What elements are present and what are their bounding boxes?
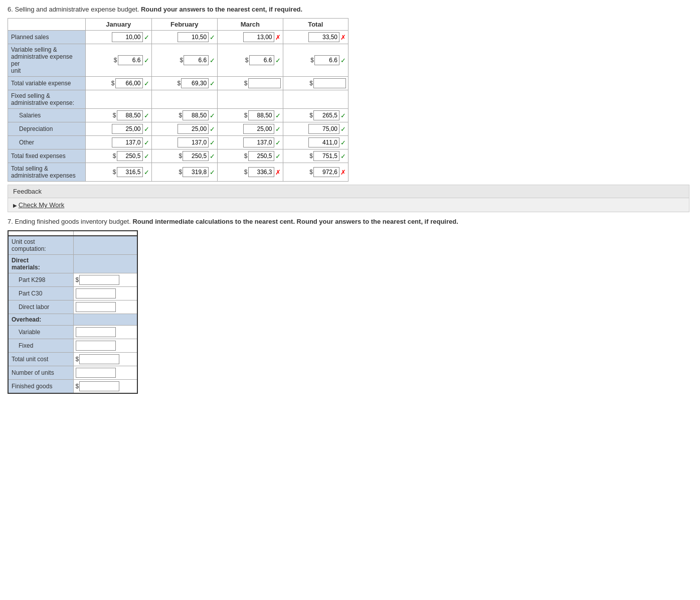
input-mar-planned[interactable] bbox=[243, 32, 274, 42]
dollar-total-unit: $ bbox=[76, 356, 79, 363]
input-tot-tf[interactable] bbox=[313, 151, 339, 161]
row-label-variable-selling: Variable selling &administrative expense… bbox=[8, 44, 86, 77]
cell-jan-planned: ✓ bbox=[86, 31, 152, 44]
input-part-c30[interactable] bbox=[76, 288, 116, 298]
inv-cell-overhead-empty bbox=[73, 314, 137, 326]
input-finished-goods[interactable] bbox=[79, 381, 119, 391]
input-feb-tsa[interactable] bbox=[183, 167, 209, 177]
dollar-tot-tf: $ bbox=[309, 153, 313, 160]
input-tot-variable[interactable] bbox=[314, 55, 339, 65]
dollar-mar-tsa: $ bbox=[244, 169, 248, 176]
col-header-february: February bbox=[151, 19, 218, 31]
dollar-tot-totalvar: $ bbox=[309, 80, 313, 87]
input-tot-sal[interactable] bbox=[313, 110, 339, 120]
q7-table: Unit costcomputation: Directmaterials: P… bbox=[8, 230, 138, 394]
input-mar-variable[interactable] bbox=[249, 55, 274, 65]
check-my-work-container: Check My Work bbox=[8, 198, 689, 212]
status-feb-variable: ✓ bbox=[210, 57, 215, 64]
q6-bold: Round your answers to the nearest cent, … bbox=[141, 6, 302, 13]
status-feb-dep: ✓ bbox=[210, 125, 215, 133]
dollar-jan-tsa: $ bbox=[113, 169, 116, 176]
inv-row-overhead-header: Overhead: bbox=[8, 314, 137, 326]
inv-row-direct-mat-header: Directmaterials: bbox=[8, 255, 137, 273]
inv-row-num-units: Number of units bbox=[8, 366, 137, 380]
inv-label-part-k298: Part K298 bbox=[8, 273, 73, 287]
inv-label-variable: Variable bbox=[8, 326, 73, 339]
status-feb-tsa: ✓ bbox=[210, 169, 215, 176]
input-mar-tsa[interactable] bbox=[248, 167, 274, 177]
input-tot-dep[interactable] bbox=[308, 124, 339, 134]
cell-feb-totalfixed: $ ✓ bbox=[151, 149, 218, 163]
inv-label-num-units: Number of units bbox=[8, 366, 73, 380]
input-feb-planned[interactable] bbox=[178, 32, 209, 42]
dollar-feb-tsa: $ bbox=[179, 169, 182, 176]
input-feb-other[interactable] bbox=[178, 137, 209, 147]
inv-label-overhead: Overhead: bbox=[8, 314, 73, 326]
inv-label-part-c30: Part C30 bbox=[8, 287, 73, 301]
q7-bold: Round intermediate calculations to the n… bbox=[132, 218, 458, 225]
inv-cell-part-k298: $ bbox=[73, 273, 137, 287]
inv-row-direct-labor: Direct labor bbox=[8, 301, 137, 314]
status-mar-sal: ✓ bbox=[275, 112, 281, 119]
input-jan-other[interactable] bbox=[112, 137, 143, 147]
status-tot-sal: ✓ bbox=[340, 112, 346, 119]
inv-label-finished-goods: Finished goods bbox=[8, 380, 73, 394]
inv-cell-unit-cost-empty bbox=[73, 236, 137, 255]
input-tot-tsa[interactable] bbox=[313, 167, 339, 177]
input-mar-dep[interactable] bbox=[243, 124, 274, 134]
input-mar-sal[interactable] bbox=[248, 110, 274, 120]
inv-cell-variable bbox=[73, 326, 137, 339]
input-feb-dep[interactable] bbox=[178, 124, 209, 134]
check-my-work-link[interactable]: Check My Work bbox=[19, 201, 65, 209]
input-mar-tf[interactable] bbox=[248, 151, 274, 161]
input-total-unit[interactable] bbox=[79, 354, 119, 364]
input-jan-planned[interactable] bbox=[112, 32, 143, 42]
input-feb-variable[interactable] bbox=[184, 55, 209, 65]
input-feb-sal[interactable] bbox=[183, 110, 209, 120]
input-feb-tf[interactable] bbox=[183, 151, 209, 161]
cell-feb-dep: ✓ bbox=[151, 122, 218, 136]
cell-mar-dep: ✓ bbox=[218, 122, 283, 136]
input-jan-variable[interactable] bbox=[118, 55, 143, 65]
input-mar-other[interactable] bbox=[243, 137, 274, 147]
row-label-total-variable: Total variable expense bbox=[8, 77, 86, 90]
cell-feb-other: ✓ bbox=[151, 136, 218, 149]
input-jan-tf[interactable] bbox=[117, 151, 143, 161]
input-tot-planned[interactable] bbox=[308, 32, 339, 42]
cell-jan-total-var: $ ✓ bbox=[86, 77, 152, 90]
inv-cell-fixed bbox=[73, 339, 137, 353]
input-jan-dep[interactable] bbox=[112, 124, 143, 134]
dollar-mar-tf: $ bbox=[244, 153, 248, 160]
cell-tot-totalfixed: $ ✓ bbox=[283, 149, 348, 163]
inv-cell-direct-mat-empty bbox=[73, 255, 137, 273]
inv-cell-num-units bbox=[73, 366, 137, 380]
row-label-total-fixed: Total fixed expenses bbox=[8, 149, 86, 163]
cell-jan-salaries: $ ✓ bbox=[86, 109, 152, 122]
input-fixed[interactable] bbox=[76, 341, 116, 351]
inv-label-fixed: Fixed bbox=[8, 339, 73, 353]
q6-number: 6. bbox=[8, 6, 13, 13]
status-tot-tsa: ✗ bbox=[340, 169, 346, 176]
input-jan-sal[interactable] bbox=[117, 110, 143, 120]
input-direct-labor[interactable] bbox=[76, 302, 116, 312]
status-feb-planned: ✓ bbox=[210, 34, 215, 41]
status-feb-other: ✓ bbox=[210, 139, 215, 146]
input-variable[interactable] bbox=[76, 327, 116, 337]
dollar-jan-variable: $ bbox=[114, 57, 117, 64]
q7-label: 7. Ending finished goods inventory budge… bbox=[8, 217, 692, 226]
input-mar-totalvar[interactable] bbox=[248, 78, 281, 88]
dollar-k298: $ bbox=[76, 276, 79, 283]
dollar-mar-totalvar: $ bbox=[244, 80, 248, 87]
input-num-units[interactable] bbox=[76, 368, 116, 378]
inv-cell-direct-labor bbox=[73, 301, 137, 314]
input-tot-other[interactable] bbox=[308, 137, 339, 147]
input-jan-tsa[interactable] bbox=[117, 167, 143, 177]
input-feb-totalvar[interactable] bbox=[181, 78, 209, 88]
inv-row-variable: Variable bbox=[8, 326, 137, 339]
status-mar-other: ✓ bbox=[275, 139, 281, 146]
input-tot-totalvar[interactable] bbox=[313, 78, 346, 88]
input-part-k298[interactable] bbox=[79, 275, 119, 285]
status-jan-sal: ✓ bbox=[144, 112, 149, 119]
inv-label-unit-cost: Unit costcomputation: bbox=[8, 236, 73, 255]
input-jan-totalvar[interactable] bbox=[115, 78, 143, 88]
